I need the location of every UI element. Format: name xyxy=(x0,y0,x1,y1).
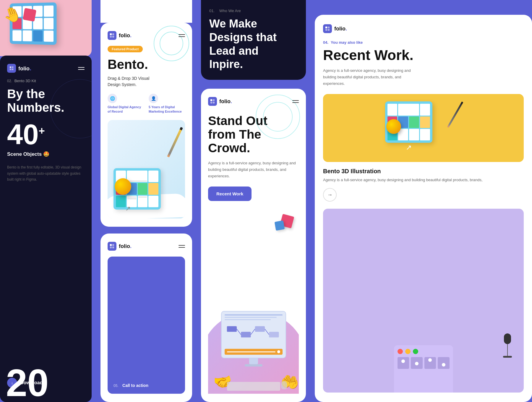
p8-knobs-row xyxy=(398,349,450,354)
folio-icon xyxy=(7,64,16,73)
p6-monitor-stand xyxy=(249,358,258,364)
svg-rect-21 xyxy=(325,29,327,31)
p6-logo-row: folio. xyxy=(208,97,299,106)
p8-title: Recent Work. xyxy=(323,47,524,63)
p8-arrow-button[interactable]: → xyxy=(323,188,337,202)
p8-soundboard xyxy=(394,345,453,393)
panel-bento-card: folio. Featured Product Bento. Drag & Dr… xyxy=(100,23,192,227)
svg-rect-8 xyxy=(210,99,212,101)
p6-description: Agency is a full-service agency, busy de… xyxy=(208,160,299,179)
card2-bottom-number: 20 xyxy=(6,364,49,402)
svg-rect-0 xyxy=(110,33,112,35)
p6-monitor-base xyxy=(245,364,262,367)
p3-folio-logo: folio. xyxy=(108,31,132,40)
svg-rect-3 xyxy=(112,36,114,38)
panel-pink-3d: 🤚 xyxy=(0,0,92,56)
svg-rect-2 xyxy=(110,36,112,38)
p4-cta-area: 05. Call to action xyxy=(108,257,185,394)
svg-rect-1 xyxy=(112,33,114,35)
svg-rect-20 xyxy=(328,27,330,28)
p8-arrow-icon: → xyxy=(327,192,332,198)
p3-feat2-label: 5 Years of Digital Marketing Excellence xyxy=(149,105,185,114)
p8-description: Agency is a full-service agency, busy de… xyxy=(323,67,418,87)
svg-rect-15 xyxy=(269,332,279,338)
p8-card1-desc: Agency is a full-service agency, busy de… xyxy=(323,177,524,183)
folio-logo: folio. xyxy=(7,64,31,73)
svg-rect-10 xyxy=(210,102,212,103)
panel-stand-out: folio. Stand Outfrom TheCrowd. Agency is… xyxy=(201,89,306,402)
p5-label-row: 01. Who We Are xyxy=(209,9,298,13)
p6-block-blue xyxy=(275,220,285,231)
svg-rect-22 xyxy=(328,29,330,31)
p4-folio-icon xyxy=(108,242,116,251)
svg-rect-19 xyxy=(325,27,327,28)
p3-logo-row: folio. xyxy=(108,31,185,40)
p6-screen xyxy=(221,311,286,358)
svg-line-17 xyxy=(251,329,255,335)
p8-card1-title: Bento 3D Illustration xyxy=(323,168,524,175)
scene-objects-label: Scene Objects 🤩 xyxy=(7,151,85,157)
p8-yellow-illus: ↗ xyxy=(382,98,465,158)
p3-illustration-area: ↗ xyxy=(108,120,185,218)
card2-description: Bento is the first fully editable, 3D vi… xyxy=(7,164,85,369)
svg-rect-11 xyxy=(213,102,215,103)
p6-monitor xyxy=(211,311,296,370)
p6-recent-work-button[interactable]: Recent Work xyxy=(208,187,252,201)
p3-feat1-label: Global Digital Agency of Record xyxy=(108,105,144,114)
p3-subtitle: Drag & Drop 3D VisualDesign System. xyxy=(108,75,185,88)
panel-right-white: folio. 04. You may also like Recent Work… xyxy=(315,15,532,402)
p3-hamburger[interactable] xyxy=(179,34,185,37)
hamburger-menu[interactable] xyxy=(78,67,85,70)
p6-hamburger[interactable] xyxy=(292,100,299,103)
p3-folio-icon xyxy=(108,31,116,40)
svg-rect-5 xyxy=(112,244,114,246)
p3-brand-name: folio. xyxy=(119,33,132,39)
p4-brand-name: folio. xyxy=(119,243,132,249)
p6-illustration-area: 🤝 🤲 xyxy=(208,209,299,394)
svg-rect-13 xyxy=(241,332,251,338)
p8-cursor-icon: ↗ xyxy=(406,143,412,152)
p8-logo-row: folio. xyxy=(323,24,524,33)
p6-folio-icon xyxy=(208,97,217,106)
svg-line-18 xyxy=(265,329,269,335)
p3-pencil xyxy=(167,127,183,157)
card2-title: By theNumbers. xyxy=(7,87,85,114)
p4-hamburger[interactable] xyxy=(179,245,185,248)
p8-pencil xyxy=(447,101,463,128)
svg-rect-14 xyxy=(255,326,265,332)
p5-title: We MakeDesigns thatLead andInpire. xyxy=(209,17,298,71)
section-id: 02. Bento 3D Kit xyxy=(7,79,85,83)
pink-block xyxy=(23,8,36,22)
p3-feat1-icon: 🌐 xyxy=(108,94,117,103)
p3-features: 🌐 Global Digital Agency of Record 👤 5 Ye… xyxy=(108,94,185,114)
svg-rect-6 xyxy=(110,247,112,248)
logo-row: folio. xyxy=(7,64,85,73)
panel-by-the-numbers: folio. 02. Bento 3D Kit By theNumbers. 4… xyxy=(0,56,92,402)
p8-purple-illus xyxy=(323,345,524,393)
p3-feature-2: 👤 5 Years of Digital Marketing Excellenc… xyxy=(149,94,185,114)
p4-num: 05. Call to action xyxy=(113,383,148,388)
flow-diagram xyxy=(225,323,283,346)
p6-teal-circle-2 xyxy=(263,102,293,132)
card2-big-number: 40+ xyxy=(7,120,85,149)
p8-purple-card xyxy=(323,209,524,393)
p8-folio-logo: folio. xyxy=(323,24,347,33)
panel-who-we-are: 01. Who We Are We MakeDesigns thatLead a… xyxy=(201,0,306,80)
p6-folio-logo: folio. xyxy=(208,97,232,106)
featured-badge: Featured Product xyxy=(108,46,143,52)
svg-rect-9 xyxy=(213,99,215,101)
p3-feature-1: 🌐 Global Digital Agency of Record xyxy=(108,94,144,114)
p3-feat2-icon: 👤 xyxy=(149,94,158,103)
svg-line-16 xyxy=(237,329,241,335)
p6-brand-name: folio. xyxy=(219,98,232,105)
p8-sliders xyxy=(398,357,450,369)
p8-mic xyxy=(503,333,512,358)
brand-name: folio. xyxy=(18,64,31,72)
p3-sphere xyxy=(115,178,131,195)
p8-folio-icon xyxy=(323,24,332,33)
svg-rect-7 xyxy=(112,247,114,248)
p8-sphere xyxy=(386,119,401,134)
svg-rect-4 xyxy=(110,244,112,246)
p8-brand-name: folio. xyxy=(334,26,347,32)
p4-logo-row: folio. xyxy=(108,242,185,251)
